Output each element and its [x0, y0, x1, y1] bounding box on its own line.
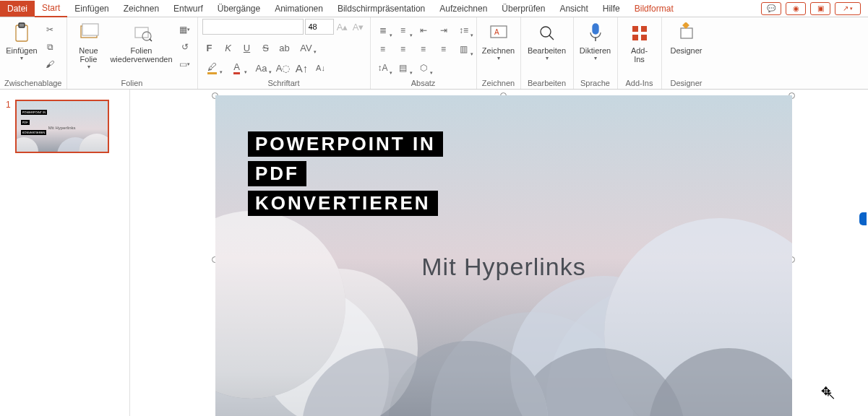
shadow-button[interactable]: ab — [278, 40, 292, 55]
tab-review[interactable]: Überprüfen — [494, 1, 552, 17]
italic-button[interactable]: K — [221, 40, 236, 55]
reuse-slides-button[interactable]: Folien wiederverwenden — [109, 19, 174, 64]
brush-icon: 🖌 — [46, 59, 54, 69]
columns-icon: ▥ — [460, 44, 468, 54]
grow-font-button[interactable]: A↑ — [295, 61, 309, 75]
align-right-button[interactable]: ≡ — [416, 42, 431, 56]
svg-text:A: A — [494, 28, 499, 36]
cut-button[interactable]: ✂ — [42, 22, 58, 38]
align-text-button[interactable]: ▤▾ — [395, 61, 411, 75]
tab-view[interactable]: Ansicht — [552, 1, 595, 17]
chevron-down-icon: ▾ — [87, 64, 90, 70]
numbering-button[interactable]: ≡▾ — [395, 23, 411, 38]
change-case-button[interactable]: Aa▾ — [252, 61, 272, 75]
tab-start[interactable]: Start — [35, 0, 67, 17]
share-button[interactable]: ↗▾ — [835, 2, 861, 15]
font-size-input[interactable] — [305, 19, 334, 35]
tab-insert[interactable]: Einfügen — [67, 1, 116, 17]
line-spacing-icon: ↕≡ — [459, 25, 468, 35]
paste-button[interactable]: Einfügen ▾ — [4, 19, 39, 61]
tab-animations[interactable]: Animationen — [267, 1, 330, 17]
chevron-down-icon: ▾ — [314, 49, 317, 55]
format-painter-button[interactable]: 🖌 — [42, 56, 58, 72]
clear-formatting-button[interactable]: A◌ — [276, 61, 291, 75]
svg-line-6 — [150, 39, 152, 41]
new-slide-button[interactable]: Neue Folie ▾ — [72, 19, 106, 70]
indent-decrease-button[interactable]: ⇤ — [416, 23, 431, 38]
slide-title[interactable]: POWERPOINT IN PDF KONVERTIEREN — [248, 131, 443, 220]
cloud-graphic — [389, 341, 548, 416]
line-spacing-button[interactable]: ↕≡▾ — [456, 23, 472, 38]
strikethrough-button[interactable]: S — [259, 40, 273, 55]
chevron-down-icon: ▾ — [20, 55, 23, 61]
tab-slideshow[interactable]: Bildschirmpräsentation — [330, 1, 432, 17]
addins-button[interactable]: Add- Ins — [622, 19, 657, 64]
tab-picture-format[interactable]: Bildformat — [627, 1, 681, 17]
record-button[interactable]: ◉ — [786, 2, 806, 15]
tab-help[interactable]: Hilfe — [596, 1, 627, 17]
decrease-font-button[interactable]: A▾ — [351, 20, 366, 34]
ribbon: Einfügen ▾ ✂ ⧉ 🖌 Zwischenablage Neue Fol… — [0, 17, 868, 90]
outdent-icon: ⇤ — [420, 25, 427, 35]
section-button[interactable]: ▭▾ — [177, 56, 193, 72]
dictate-button[interactable]: Diktieren ▾ — [578, 19, 613, 61]
group-label: Sprache — [578, 79, 613, 89]
tab-design[interactable]: Entwurf — [166, 1, 210, 17]
highlight-button[interactable]: 🖊▾ — [202, 61, 223, 75]
bold-button[interactable]: F — [202, 40, 217, 55]
shrink-font-button[interactable]: A↓ — [314, 61, 328, 75]
copy-button[interactable]: ⧉ — [42, 39, 58, 55]
reset-button[interactable]: ↺ — [177, 39, 193, 55]
layout-button[interactable]: ▦▾ — [177, 22, 193, 38]
smartart-button[interactable]: ⬡▾ — [416, 61, 431, 75]
underline-button[interactable]: U — [240, 40, 254, 55]
justify-button[interactable]: ≡ — [436, 42, 452, 56]
slide-canvas[interactable]: POWERPOINT IN PDF KONVERTIEREN Mit Hyper… — [215, 95, 792, 416]
font-color-button[interactable]: A▾ — [227, 61, 247, 75]
edit-button[interactable]: Bearbeiten ▾ — [525, 19, 569, 61]
group-addins: Add- Ins Add-Ins — [618, 17, 662, 89]
align-left-icon: ≡ — [380, 44, 385, 54]
font-name-input[interactable] — [202, 19, 304, 35]
side-panel-tab[interactable] — [859, 212, 867, 225]
speech-bubble-icon: 💬 — [767, 4, 775, 12]
group-drawing: A Zeichnen ▾ Zeichnen — [477, 17, 521, 89]
group-label: Designer — [666, 79, 707, 89]
chevron-down-icon: ▾ — [594, 55, 597, 61]
svg-rect-4 — [135, 27, 148, 38]
chevron-down-icon: ▾ — [470, 32, 473, 38]
tab-draw[interactable]: Zeichnen — [116, 1, 166, 17]
svg-rect-13 — [632, 26, 638, 32]
group-label: Zwischenablage — [4, 79, 62, 89]
svg-rect-15 — [632, 35, 638, 40]
move-cursor-icon: ✥↖ — [821, 384, 840, 398]
text-direction-button[interactable]: ↕A▾ — [375, 61, 391, 75]
slide-editor[interactable]: POWERPOINT IN PDF KONVERTIEREN Mit Hyper… — [130, 90, 868, 416]
draw-button[interactable]: A Zeichnen ▾ — [481, 19, 516, 61]
indent-increase-button[interactable]: ⇥ — [436, 23, 452, 38]
bullets-button[interactable]: ≣▾ — [375, 23, 391, 38]
columns-button[interactable]: ▥▾ — [456, 42, 472, 56]
right-rail — [858, 90, 868, 416]
char-spacing-button[interactable]: AV▾ — [296, 40, 317, 55]
slide-number: 1 — [6, 100, 11, 153]
slide-thumbnail-1[interactable]: POWERPOINT IN PDF KONVERTIEREN Mit Hyper… — [15, 100, 109, 153]
tab-record[interactable]: Aufzeichnen — [432, 1, 494, 17]
chevron-down-icon: ▾ — [430, 70, 433, 76]
copy-icon: ⧉ — [47, 42, 53, 52]
group-editing: Bearbeiten ▾ Bearbeiten — [521, 17, 574, 89]
chevron-down-icon: ▾ — [470, 51, 473, 57]
group-label: Absatz — [375, 79, 472, 89]
tab-file[interactable]: Datei — [0, 1, 35, 17]
slide-subtitle[interactable]: Mit Hyperlinks — [215, 253, 792, 281]
align-left-button[interactable]: ≡ — [375, 42, 391, 56]
cloud-graphic — [215, 211, 345, 399]
tab-transitions[interactable]: Übergänge — [210, 1, 267, 17]
align-center-button[interactable]: ≡ — [395, 42, 411, 56]
comments-button[interactable]: 💬 — [761, 2, 781, 15]
present-button[interactable]: ▣ — [810, 2, 830, 15]
designer-button[interactable]: Designer — [666, 19, 707, 55]
chevron-down-icon: ▾ — [187, 61, 190, 67]
increase-font-button[interactable]: A▴ — [335, 20, 350, 34]
quick-access-toolbar: 💬 ◉ ▣ ↗▾ — [761, 2, 868, 15]
